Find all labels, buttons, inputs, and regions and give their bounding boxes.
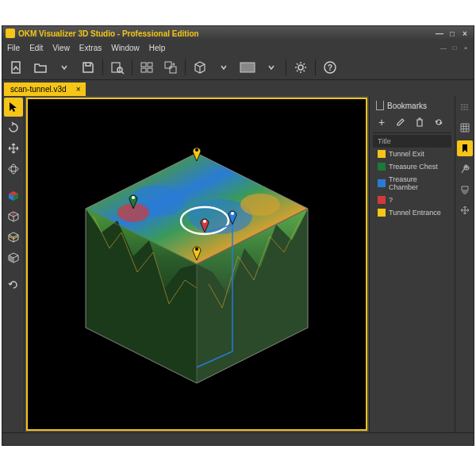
statusbar — [2, 432, 474, 445]
settings-button[interactable] — [290, 57, 312, 78]
search-button[interactable] — [106, 57, 129, 78]
svg-rect-4 — [141, 63, 146, 67]
tab-document[interactable]: scan-tunnel.v3d × — [4, 83, 86, 96]
color-swatch-icon — [378, 196, 386, 204]
bookmark-label: Tunnel Entrance — [389, 209, 441, 217]
panel-restore-button[interactable]: □ — [450, 44, 459, 52]
bookmark-list: Title Tunnel Exit Treasure Chest Treasur… — [373, 135, 451, 429]
bookmark-edit-button[interactable] — [392, 113, 409, 131]
tab-close-button[interactable]: × — [76, 85, 81, 94]
bookmark-label: Treasure Chest — [389, 163, 438, 171]
bookmark-delete-button[interactable] — [411, 113, 428, 131]
bookmarks-panel-header: Bookmarks — [373, 99, 451, 112]
bookmark-item[interactable]: Treasure Chamber — [373, 173, 451, 194]
screen-dropdown-button[interactable] — [260, 57, 282, 78]
bookmark-item[interactable]: Tunnel Exit — [373, 148, 451, 160]
left-toolbar — [2, 96, 25, 432]
grid-h-tool[interactable] — [457, 99, 473, 115]
window-title: OKM Visualizer 3D Studio - Professional … — [18, 29, 434, 38]
cube-color-tool[interactable] — [4, 186, 23, 205]
titlebar: OKM Visualizer 3D Studio - Professional … — [2, 26, 474, 40]
main-toolbar: ? — [2, 55, 474, 80]
close-button[interactable]: × — [459, 29, 470, 38]
grid-tool[interactable] — [457, 120, 473, 136]
bookmark-refresh-button[interactable] — [430, 113, 447, 131]
swap-button[interactable] — [159, 57, 182, 78]
right-panel: Bookmarks + Title Tunnel Exit Treasure C… — [369, 96, 474, 432]
menu-file[interactable]: File — [6, 42, 21, 54]
bookmark-item[interactable]: Treasure Chest — [373, 160, 451, 173]
bookmark-label: ? — [389, 196, 393, 204]
tab-label: scan-tunnel.v3d — [10, 85, 67, 94]
select-tool[interactable] — [4, 98, 23, 117]
svg-rect-10 — [240, 63, 255, 72]
menu-extras[interactable]: Extras — [78, 42, 103, 54]
reset-tool[interactable] — [4, 275, 23, 294]
bookmark-tool[interactable] — [457, 140, 473, 156]
svg-rect-9 — [170, 67, 176, 73]
menu-view[interactable]: View — [51, 42, 71, 54]
color-swatch-icon — [378, 150, 386, 158]
svg-line-3 — [121, 71, 124, 74]
save-file-button[interactable] — [77, 57, 99, 78]
svg-point-29 — [195, 248, 198, 251]
cube-marker-tool[interactable] — [4, 207, 23, 226]
menu-window[interactable]: Window — [109, 42, 141, 54]
menubar: File Edit View Extras Window Help — □ × — [2, 40, 474, 55]
svg-point-16 — [13, 213, 15, 216]
layout-button[interactable] — [136, 57, 158, 78]
bookmark-item[interactable]: Tunnel Entrance — [373, 206, 451, 219]
color-swatch-icon — [378, 179, 386, 187]
menu-help[interactable]: Help — [148, 42, 167, 54]
move-tool[interactable] — [4, 139, 23, 158]
menu-edit[interactable]: Edit — [28, 42, 44, 54]
scan-cube-icon — [62, 129, 332, 399]
svg-point-26 — [132, 196, 135, 199]
dropdown-arrow-button[interactable] — [53, 57, 75, 78]
svg-text:?: ? — [328, 63, 332, 72]
bookmarks-title: Bookmarks — [387, 102, 427, 110]
bookmark-icon — [376, 101, 384, 110]
svg-rect-8 — [165, 62, 171, 68]
cube-side-tool[interactable] — [4, 248, 23, 267]
side-toolbar — [455, 96, 474, 432]
wrench-tool[interactable] — [457, 161, 473, 177]
viewport-3d[interactable] — [26, 98, 367, 431]
color-swatch-icon — [378, 163, 386, 171]
cube-button[interactable] — [189, 57, 211, 78]
cube-dropdown-button[interactable] — [213, 57, 235, 78]
bookmark-list-header: Title — [373, 135, 451, 148]
svg-point-28 — [203, 220, 206, 223]
move-all-tool[interactable] — [457, 202, 473, 218]
rotate-free-tool[interactable] — [4, 159, 23, 178]
svg-point-11 — [298, 65, 303, 70]
bookmark-add-button[interactable]: + — [373, 113, 390, 131]
maximize-button[interactable]: □ — [447, 29, 458, 38]
new-file-button[interactable] — [6, 57, 28, 78]
screen-button[interactable] — [236, 57, 259, 78]
bookmark-label: Treasure Chamber — [389, 175, 447, 191]
layer-tool[interactable] — [457, 182, 473, 198]
svg-point-14 — [9, 167, 18, 171]
rotate-tool[interactable] — [4, 118, 23, 137]
panel-close-button[interactable]: × — [461, 44, 470, 52]
open-file-button[interactable] — [29, 57, 52, 78]
svg-point-20 — [240, 194, 280, 216]
bookmark-label: Tunnel Exit — [389, 150, 424, 158]
svg-rect-5 — [148, 63, 152, 67]
panel-minimize-button[interactable]: — — [439, 44, 448, 52]
bookmark-item[interactable]: ? — [373, 194, 451, 206]
help-button[interactable]: ? — [319, 57, 341, 78]
cube-layer-tool[interactable] — [4, 228, 23, 247]
tab-strip: scan-tunnel.v3d × — [2, 80, 474, 96]
svg-point-25 — [195, 148, 198, 152]
app-logo-icon — [6, 29, 15, 38]
color-swatch-icon — [378, 209, 386, 217]
svg-rect-7 — [148, 68, 152, 72]
minimize-button[interactable]: — — [434, 29, 445, 38]
svg-rect-6 — [141, 68, 146, 72]
svg-point-15 — [11, 164, 16, 174]
svg-point-27 — [231, 212, 234, 215]
